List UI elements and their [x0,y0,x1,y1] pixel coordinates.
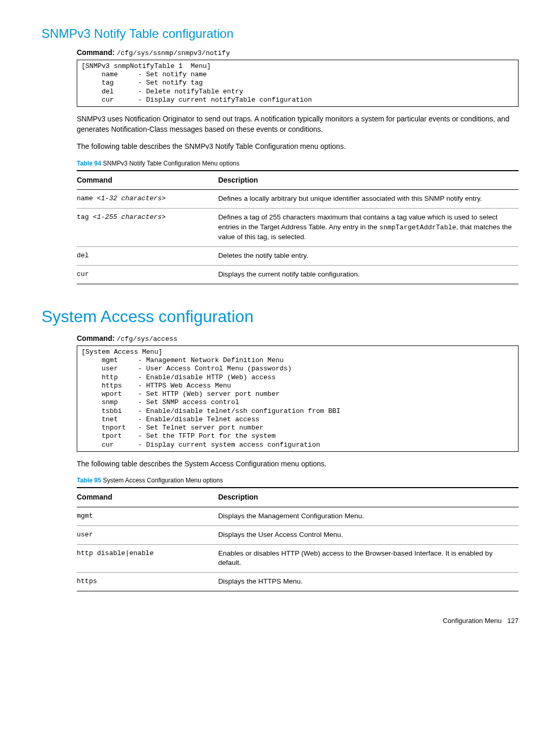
cmd-cell: mgmt [77,507,218,525]
section1-para1: SNMPv3 uses Notification Originator to s… [77,114,519,134]
section2-codebox: [System Access Menu] mgmt - Management N… [77,345,519,452]
table95-th-command: Command [77,488,218,507]
table94-title: SNMPv3 Notify Table Configuration Menu o… [103,160,239,167]
desc-cell: Deletes the notify table entry. [218,247,519,266]
desc-cell: Displays the current notify table config… [218,265,519,284]
section2-para1: The following table describes the System… [77,459,519,469]
table95-number: Table 95 [77,477,101,484]
desc-cell: Defines a tag of 255 characters maximum … [218,209,519,247]
table94-th-description: Description [218,171,519,190]
table-row: http disable|enable Enables or disables … [77,544,519,573]
cmd-cell: https [77,573,218,591]
table95: Command Description mgmt Displays the Ma… [77,487,519,591]
table-row: cur Displays the current notify table co… [77,265,519,284]
cmd-cell: http disable|enable [77,544,218,573]
cmd-cell: user [77,525,218,544]
cmd-cell: del [77,247,218,266]
footer-label: Configuration Menu [443,617,501,625]
cmd-cell: name <1-32 characters> [77,190,218,209]
table94: Command Description name <1-32 character… [77,170,519,284]
cmd-path: /cfg/sys/ssnmp/snmpv3/notify [117,49,230,57]
desc-cell: Enables or disables HTTP (Web) access to… [218,544,519,573]
table95-title: System Access Configuration Menu options [103,477,222,484]
cmd-cell: tag <1-255 characters> [77,209,218,247]
footer-page: 127 [507,617,519,625]
cmd-path: /cfg/sys/access [117,335,177,343]
table-row: user Displays the User Access Control Me… [77,525,519,544]
section1-codebox: [SNMPv3 snmpNotifyTable 1 Menu] name - S… [77,60,519,107]
page-footer: Configuration Menu 127 [41,616,519,626]
table94-caption: Table 94 SNMPv3 Notify Table Configurati… [77,159,519,168]
cmd-label: Command: [77,48,115,57]
table-row: del Deletes the notify table entry. [77,247,519,266]
section1-command-line: Command: /cfg/sys/ssnmp/snmpv3/notify [77,48,519,58]
table95-caption: Table 95 System Access Configuration Men… [77,476,519,485]
desc-cell: Displays the User Access Control Menu. [218,525,519,544]
cmd-label: Command: [77,334,115,342]
section1-heading: SNMPv3 Notify Table configuration [41,25,519,43]
table94-number: Table 94 [77,160,101,167]
table-row: https Displays the HTTPS Menu. [77,573,519,591]
table94-th-command: Command [77,171,218,190]
section1-para2: The following table describes the SNMPv3… [77,142,519,152]
desc-cell: Displays the HTTPS Menu. [218,573,519,591]
desc-cell: Defines a locally arbitrary but unique i… [218,190,519,209]
table-row: tag <1-255 characters> Defines a tag of … [77,209,519,247]
table95-th-description: Description [218,488,519,507]
section2-heading: System Access configuration [41,305,519,328]
cmd-cell: cur [77,265,218,284]
section2-command-line: Command: /cfg/sys/access [77,334,519,344]
table-row: name <1-32 characters> Defines a locally… [77,190,519,209]
table-row: mgmt Displays the Management Configurati… [77,507,519,525]
desc-cell: Displays the Management Configuration Me… [218,507,519,525]
